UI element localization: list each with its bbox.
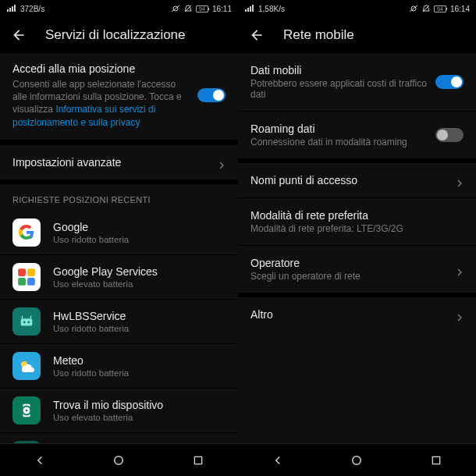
- content-area: Accedi alla mia posizione Consenti alle …: [0, 53, 238, 443]
- advanced-settings-row[interactable]: Impostazioni avanzate: [0, 145, 238, 179]
- row-title: Operatore: [250, 257, 446, 269]
- settings-row[interactable]: Nomi punti di accesso: [238, 163, 476, 197]
- clock: 16:14: [450, 5, 470, 13]
- chevron-right-icon: [456, 265, 464, 273]
- status-bar: 1,58K/s 94 16:14: [238, 0, 476, 17]
- nav-back-icon[interactable]: [269, 452, 286, 469]
- app-row[interactable]: Meteo Uso ridotto batteria: [0, 343, 238, 388]
- svg-point-16: [26, 409, 28, 411]
- nav-recent-icon[interactable]: [428, 452, 445, 469]
- row-subtitle: Scegli un operatore di rete: [250, 271, 446, 282]
- advanced-label: Impostazioni avanzate: [12, 156, 208, 169]
- battery-icon: 94: [196, 5, 208, 12]
- net-speed: 372B/s: [20, 5, 44, 13]
- app-header: Servizi di localizzazione: [0, 17, 238, 53]
- net-speed: 1,58K/s: [258, 5, 285, 13]
- app-row[interactable]: Google Uso ridotto batteria: [0, 211, 238, 254]
- location-access-section[interactable]: Accedi alla mia posizione Consenti alle …: [0, 53, 238, 140]
- row-title: Altro: [250, 308, 446, 321]
- eye-icon: [409, 5, 418, 12]
- svg-point-10: [27, 321, 30, 323]
- toggle-switch[interactable]: [435, 128, 464, 142]
- row-subtitle: Modalità di rete preferita: LTE/3G/2G: [250, 223, 464, 234]
- app-name: Trova il mio dispositivo: [53, 399, 226, 411]
- location-toggle[interactable]: [197, 88, 226, 102]
- settings-row[interactable]: Dati mobiliPotrebbero essere applicati c…: [238, 53, 476, 111]
- eye-icon: [171, 5, 180, 12]
- app-header: Rete mobile: [238, 17, 476, 53]
- toggle-switch[interactable]: [435, 75, 464, 89]
- nav-home-icon[interactable]: [110, 452, 127, 469]
- find-icon: [12, 396, 41, 424]
- back-icon[interactable]: [11, 27, 27, 43]
- content-area: Dati mobiliPotrebbero essere applicati c…: [238, 53, 476, 443]
- row-subtitle: Potrebbero essere applicati costi di tra…: [250, 78, 435, 100]
- phone-location-services: 372B/s 94 16:11 Servizi di localizzazion…: [0, 0, 238, 476]
- bell-off-icon: [184, 5, 192, 12]
- location-access-desc: Consenti alle app selezionate l'accesso …: [12, 78, 188, 129]
- nav-back-icon[interactable]: [31, 452, 48, 469]
- meteo-icon: [12, 352, 41, 380]
- bell-off-icon: [422, 5, 430, 12]
- battery-icon: 94: [434, 5, 446, 12]
- app-battery-usage: Uso ridotto batteria: [53, 324, 226, 333]
- app-battery-usage: Uso elevato batteria: [53, 279, 226, 289]
- app-battery-usage: Uso ridotto batteria: [53, 235, 226, 244]
- row-subtitle: Connessione dati in modalità roaming: [250, 137, 435, 147]
- signal-icon: [6, 5, 16, 12]
- nav-home-icon[interactable]: [348, 452, 365, 469]
- app-row[interactable]: Google Play Services Uso elevato batteri…: [0, 254, 238, 299]
- back-icon[interactable]: [249, 27, 265, 43]
- settings-row[interactable]: Altro: [238, 297, 476, 332]
- hwlbs-icon: [12, 307, 41, 336]
- chevron-right-icon: [218, 158, 226, 166]
- svg-point-9: [23, 321, 26, 323]
- svg-rect-23: [194, 456, 201, 464]
- google-icon: [12, 218, 41, 247]
- settings-row[interactable]: Roaming datiConnessione dati in modalità…: [238, 111, 476, 158]
- app-name: Meteo: [53, 354, 226, 367]
- app-row[interactable]: Trova il mio dispositivo Uso elevato bat…: [0, 388, 238, 432]
- settings-row[interactable]: Modalità di rete preferitaModalità di re…: [238, 197, 476, 245]
- signal-icon: [244, 5, 254, 12]
- row-title: Modalità di rete preferita: [250, 209, 464, 222]
- app-row[interactable]: HwLBSService Uso ridotto batteria: [0, 299, 238, 343]
- svg-rect-6: [18, 278, 26, 286]
- svg-point-27: [353, 456, 361, 464]
- app-battery-usage: Uso elevato batteria: [53, 413, 226, 422]
- clock: 16:11: [212, 5, 232, 13]
- app-name: Google: [53, 221, 226, 233]
- nav-recent-icon[interactable]: [190, 452, 207, 469]
- svg-rect-8: [21, 318, 33, 325]
- phone-mobile-network: 1,58K/s 94 16:14 Rete mobile Dati mobili…: [238, 0, 476, 476]
- row-title: Dati mobili: [250, 64, 435, 76]
- nav-bar: [238, 443, 476, 476]
- chevron-right-icon: [456, 311, 464, 318]
- svg-rect-7: [27, 278, 35, 286]
- play-icon: [12, 263, 41, 291]
- row-title: Roaming dati: [250, 123, 435, 135]
- app-name: Google Play Services: [53, 265, 226, 278]
- status-bar: 372B/s 94 16:11: [0, 0, 238, 17]
- app-battery-usage: Uso ridotto batteria: [53, 368, 226, 378]
- recent-requests-label: RICHIESTE POSIZIONI RECENTI: [0, 184, 238, 211]
- app-name: HwLBSService: [53, 310, 226, 322]
- svg-point-22: [115, 456, 123, 464]
- svg-rect-4: [18, 268, 26, 276]
- svg-rect-5: [27, 268, 35, 276]
- settings-row[interactable]: OperatoreScegli un operatore di rete: [238, 245, 476, 293]
- location-access-title: Accedi alla mia posizione: [12, 62, 188, 75]
- page-title: Servizi di localizzazione: [45, 27, 186, 43]
- row-title: Nomi punti di accesso: [250, 174, 446, 186]
- nav-bar: [0, 443, 238, 476]
- chevron-right-icon: [456, 176, 464, 184]
- app-row[interactable]: com.hisi.mapcon Uso elevato batteria: [0, 432, 238, 443]
- svg-rect-28: [432, 456, 439, 464]
- page-title: Rete mobile: [283, 27, 354, 43]
